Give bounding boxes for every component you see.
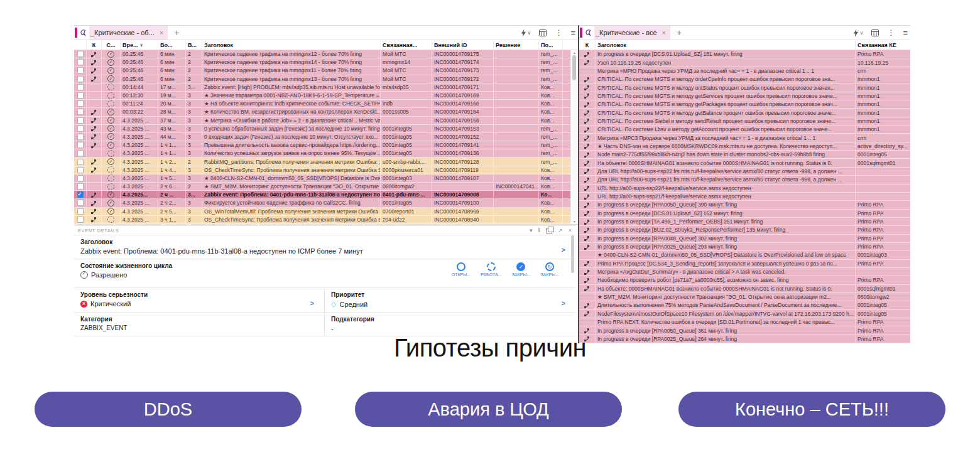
alert-row[interactable]: 4.3.2025...2 ч ...3...Zabbix event: Проб… [74, 191, 578, 199]
alert-row[interactable]: 00:12:3019 м...3★ Значение параметра 000… [74, 92, 578, 100]
alert-row[interactable]: 4.3.2025 ...2 ч 5...3OS_WinTotalMemUtil:… [74, 208, 578, 216]
row-checkbox[interactable] [77, 183, 84, 190]
pin-icon[interactable]: ‖ [538, 227, 540, 233]
row-checkbox[interactable] [77, 59, 84, 65]
alert-row[interactable]: 00:25:466 мин2Критическое падение трафик… [74, 58, 578, 67]
row-checkbox[interactable] [77, 100, 84, 107]
alert-row[interactable]: In progress в очереди [RPA0048_Queue] 30… [579, 235, 910, 243]
alert-row[interactable]: 00:25:466 мин2Критическое падение трафик… [74, 50, 578, 58]
alert-row[interactable]: URL http://a00-sups-nsp21/f-keepalive/se… [579, 193, 910, 201]
quick-filter-icon[interactable]: ∨ [853, 29, 864, 37]
lifecycle-button-work[interactable]: ···РАБОТА... [481, 262, 501, 277]
row-checkbox[interactable] [77, 142, 84, 148]
alert-row[interactable]: 4.3.2025 ...1 ч 1...3Количество успешных… [74, 149, 578, 158]
row-checkbox[interactable] [77, 208, 84, 215]
alert-row[interactable]: URL http://a00-sups-nsp22/f-keepalive/se… [579, 185, 910, 193]
row-checkbox[interactable] [77, 92, 84, 99]
quick-filter-icon[interactable]: ∨ [521, 29, 531, 37]
alert-row[interactable]: 00:03:2228 м...3★ Количество ВМ, незарег… [74, 108, 578, 116]
alert-row[interactable]: CRITICAL. По системе MGTS и методу ontSt… [579, 83, 910, 92]
scrollbar-thumb[interactable] [572, 55, 576, 80]
alert-row[interactable]: ★ 0400-CLN-S2-CMN-01_dornnvm50_05_SSD[VR… [579, 251, 910, 259]
expand-icon[interactable]: ↗ [558, 227, 563, 233]
alert-row[interactable]: NodeFilesystemAlmostOutOfSpace10 Filesys… [579, 310, 910, 318]
columns-icon[interactable] [871, 30, 879, 36]
alert-row[interactable]: 00:11:2420 м...3★ На объекте мониторинга… [74, 100, 578, 108]
col-header-status[interactable]: С... [102, 40, 121, 50]
alert-row[interactable]: На объекте: 0000SHMAINAG01 возникло собы… [579, 159, 910, 167]
alert-row[interactable]: На объекте: 0000SHMAINAG01 возникло собы… [579, 285, 910, 293]
open-link-icon[interactable]: > [562, 246, 565, 254]
alert-row[interactable]: CRITICAL. По системе MGTS и методу getBa… [579, 109, 910, 117]
alert-row[interactable]: CRITICAL. По системе MGTS и методу getSe… [579, 92, 910, 100]
new-tab-button[interactable]: + [174, 28, 179, 38]
alert-row[interactable]: 00:25:466 мин2Критическое падение трафик… [74, 67, 578, 75]
select-all-column[interactable] [74, 40, 87, 50]
alert-row[interactable]: Для URL http://a00-sups-nsp21.frs.mts.ru… [579, 176, 910, 184]
row-checkbox[interactable] [77, 67, 84, 73]
row-checkbox[interactable] [77, 200, 84, 206]
col-header-severity[interactable]: В... [186, 40, 202, 50]
tab-close-icon[interactable]: × [662, 29, 666, 36]
alert-row[interactable]: Метрика «AvgOutDur_Summary» - в диапазон… [579, 268, 910, 276]
new-tab-button[interactable]: + [677, 28, 682, 38]
alert-row[interactable]: Node main2-775df55f99xbl8kh-n4nj2 has do… [579, 151, 910, 159]
row-checkbox[interactable] [77, 109, 84, 115]
col-header-title[interactable]: Заголовок [202, 40, 381, 50]
alert-row[interactable]: CRITICAL. По системе MGTS и методу order… [579, 75, 910, 83]
alert-row[interactable]: 00:25:466 мин2Критическое падение трафик… [74, 75, 578, 83]
row-checkbox[interactable] [77, 175, 84, 181]
tab-close-icon[interactable]: × [160, 29, 163, 36]
row-checkbox[interactable] [77, 51, 84, 57]
alert-row[interactable]: CRITICAL. По системе Lbsv и методу getAc… [579, 126, 910, 134]
alert-row[interactable]: In progress в очереди [RPA0025_Queue] 29… [579, 243, 910, 251]
alert-row[interactable]: 4.3.2025 ...43 м...30 успешно обработанн… [74, 125, 578, 133]
col-header-resolution[interactable]: Решение [494, 40, 539, 50]
alert-row[interactable]: 4.3.2025 ...1 ч 5...3★ 0400-CLN-S2-CMN-0… [74, 174, 578, 183]
alert-row[interactable]: In progress в очереди [DCS.01.Upload_SZ]… [579, 50, 910, 58]
alert-row[interactable]: Необходимо проверить робот [ps71a7_sa000… [579, 276, 910, 284]
col-header-age[interactable]: Во... [158, 40, 186, 50]
col-header-title[interactable]: Заголовок [596, 40, 856, 50]
alert-row[interactable]: Узел 10.116.19.25 недоступен10.116.19.25 [579, 58, 910, 67]
row-checkbox[interactable] [77, 126, 84, 132]
alert-row[interactable]: Primo RPA Процесс [DC.534_3_Sending_repo… [579, 260, 910, 268]
row-checkbox[interactable] [77, 159, 84, 165]
row-checkbox[interactable] [77, 150, 84, 156]
close-icon[interactable]: × [569, 227, 572, 233]
row-checkbox[interactable] [77, 84, 84, 90]
menu-icon[interactable]: ≡ [903, 28, 908, 38]
lifecycle-button-open[interactable]: ОТКРЫ... [452, 262, 471, 277]
more-options-icon[interactable]: ⋮ [887, 28, 895, 37]
open-link-icon[interactable]: > [310, 299, 314, 307]
alert-row[interactable]: Метрика «МРС3 Продажа через УРМД за посл… [579, 134, 910, 142]
col-header-related-ci[interactable]: Связанная КЕ [856, 40, 910, 50]
alert-row[interactable]: CRITICAL. По системе MGTS и методу getPa… [579, 100, 910, 109]
alert-row[interactable]: ★ SMT_M2M. Мониторинг доступности Транза… [579, 293, 910, 301]
lifecycle-button-reopen[interactable]: ↻ЗАКРЫ... [540, 262, 559, 277]
tab-critical-enriched[interactable]: _Критические - об... × [89, 26, 168, 40]
columns-icon[interactable] [539, 30, 547, 36]
col-header-po[interactable]: По... [539, 40, 563, 50]
details-scrollbar-thumb[interactable] [571, 235, 574, 273]
row-checkbox[interactable] [77, 191, 84, 198]
more-options-icon[interactable]: ⋮ [555, 28, 562, 37]
tab-critical-all[interactable]: _Критические - все × [594, 26, 670, 40]
alert-row[interactable]: In progress в очереди [DCS.01.Upload_SZ]… [579, 210, 910, 218]
alert-row[interactable]: 4.3.2025 ...1 ч 4...3OS_CheckTimeSync: П… [74, 166, 578, 174]
row-checkbox[interactable] [77, 117, 84, 124]
alert-row[interactable]: Метрика «МРЮ Продажа через УРМД за после… [579, 67, 910, 75]
alert-row[interactable]: 4.3.2025 ...1 ч 2...2RabbitMQ_partitions… [74, 158, 578, 166]
row-checkbox[interactable] [77, 76, 84, 82]
open-link-icon[interactable]: > [562, 299, 565, 307]
alert-row[interactable]: 4.3.2025 ...2 ч 6...2★ SMT_M2M. Монитори… [74, 183, 578, 191]
lifecycle-button-done[interactable]: ✓ЗАКРЫ... [512, 262, 531, 277]
alert-row[interactable]: ★ Часть DNS-зон на сервере 0800MSKRWDC09… [579, 142, 910, 151]
menu-icon[interactable]: ≡ [570, 28, 575, 38]
alert-row[interactable]: Для URL http://a00-sups-nsp22.frs.mts.ru… [579, 168, 910, 176]
col-header-time[interactable]: Вре...∨ [121, 40, 158, 50]
alert-row[interactable]: 4.3.2025 ...2 ч 2...3Фиксируется устойчи… [74, 199, 578, 207]
popout-icon[interactable] [546, 228, 552, 233]
row-checkbox[interactable] [77, 167, 84, 173]
alert-row[interactable]: 4.3.2025 ...37 м...3★ Метрика «Ошибки в … [74, 117, 578, 125]
